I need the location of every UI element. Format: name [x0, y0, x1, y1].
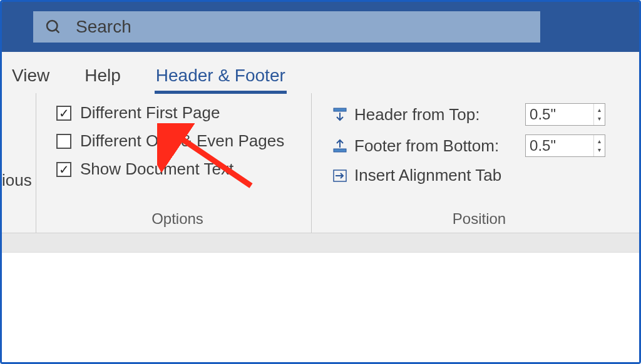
header-from-top-label-row: Header from Top: [332, 105, 479, 124]
checkbox-icon [56, 134, 71, 149]
spinner-down-icon[interactable]: ▾ [594, 114, 605, 123]
insert-alignment-tab-label: Insert Alignment Tab [354, 166, 501, 185]
option-label: Different Odd & Even Pages [80, 131, 284, 151]
checkbox-different-odd-even[interactable]: Different Odd & Even Pages [56, 131, 299, 151]
header-from-top-label: Header from Top: [354, 105, 479, 124]
checkbox-icon [56, 162, 71, 177]
spinner-up-icon[interactable]: ▴ [594, 137, 605, 146]
header-from-top-spinner[interactable]: 0.5" ▴ ▾ [525, 103, 605, 126]
spinner-up-icon[interactable]: ▴ [594, 106, 605, 114]
ribbon-tabs: View Help Header & Footer [2, 52, 639, 93]
group-label-position: Position [332, 205, 627, 228]
svg-point-0 [47, 21, 57, 31]
insert-alignment-tab-icon [332, 168, 348, 184]
footer-from-bottom-label: Footer from Bottom: [354, 136, 499, 156]
checkbox-icon [56, 106, 71, 121]
footer-from-bottom-icon [332, 138, 348, 154]
tab-view[interactable]: View [11, 63, 51, 93]
tab-help[interactable]: Help [83, 63, 122, 93]
document-gutter [2, 233, 639, 252]
spinner-arrows: ▴ ▾ [593, 104, 605, 125]
tab-header-footer[interactable]: Header & Footer [155, 63, 287, 94]
checkbox-show-document-text[interactable]: Show Document Text [56, 159, 299, 179]
title-bar: Search [2, 2, 639, 52]
footer-from-bottom-label-row: Footer from Bottom: [332, 136, 499, 156]
group-options: Different First Page Different Odd & Eve… [36, 93, 312, 233]
ribbon-cutoff-left: ious [2, 93, 36, 233]
insert-alignment-tab-button[interactable]: Insert Alignment Tab [332, 166, 501, 185]
search-icon [44, 18, 62, 36]
search-placeholder: Search [76, 17, 131, 37]
svg-rect-4 [334, 149, 346, 152]
document-page[interactable] [2, 252, 639, 364]
spinner-down-icon[interactable]: ▾ [594, 146, 605, 154]
footer-from-bottom-value: 0.5" [526, 135, 593, 156]
cutoff-text: ious [2, 171, 32, 190]
header-from-top-value: 0.5" [526, 104, 593, 125]
svg-line-1 [56, 29, 59, 33]
option-label: Show Document Text [80, 159, 233, 179]
footer-from-bottom-spinner[interactable]: 0.5" ▴ ▾ [525, 134, 605, 157]
spinner-arrows: ▴ ▾ [593, 135, 605, 156]
option-label: Different First Page [80, 103, 220, 123]
group-position: Header from Top: 0.5" ▴ ▾ [312, 93, 639, 233]
checkbox-different-first-page[interactable]: Different First Page [56, 103, 299, 123]
ribbon: ious Different First Page Different Odd … [2, 93, 639, 233]
header-from-top-icon [332, 106, 348, 123]
svg-rect-2 [334, 108, 346, 111]
search-box[interactable]: Search [33, 11, 540, 43]
group-label-options: Options [56, 205, 299, 228]
